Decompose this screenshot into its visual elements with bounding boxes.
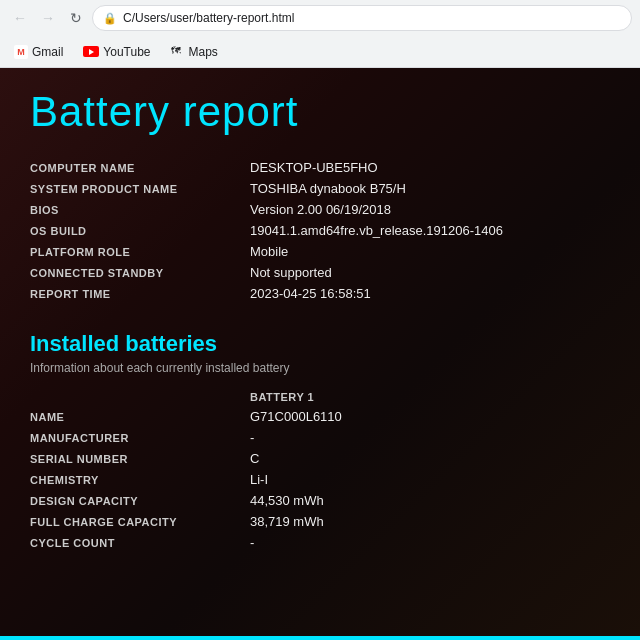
report-time-row: REPORT TIME 2023-04-25 16:58:51	[30, 286, 610, 301]
maps-label: Maps	[189, 45, 218, 59]
battery-manufacturer-label: MANUFACTURER	[30, 432, 250, 444]
installed-batteries-title: Installed batteries	[30, 331, 610, 357]
nav-bar: ← → ↻ 🔒 C/Users/user/battery-report.html	[0, 0, 640, 36]
address-bar[interactable]: 🔒 C/Users/user/battery-report.html	[92, 5, 632, 31]
battery-name-label: NAME	[30, 411, 250, 423]
battery-cycle-count-value: -	[250, 535, 410, 550]
platform-role-row: PLATFORM ROLE Mobile	[30, 244, 610, 259]
report-time-label: REPORT TIME	[30, 288, 250, 300]
os-build-label: OS BUILD	[30, 225, 250, 237]
computer-name-value: DESKTOP-UBE5FHO	[250, 160, 378, 175]
battery-serial-value: C	[250, 451, 410, 466]
battery-chemistry-row: CHEMISTRY Li-I	[30, 472, 610, 487]
battery-serial-row: SERIAL NUMBER C	[30, 451, 610, 466]
bios-value: Version 2.00 06/19/2018	[250, 202, 391, 217]
bookmark-youtube[interactable]: YouTube	[77, 43, 156, 61]
battery-serial-label: SERIAL NUMBER	[30, 453, 250, 465]
connected-standby-row: CONNECTED STANDBY Not supported	[30, 265, 610, 280]
os-build-row: OS BUILD 19041.1.amd64fre.vb_release.191…	[30, 223, 610, 238]
computer-name-label: COMPUTER NAME	[30, 162, 250, 174]
computer-name-row: COMPUTER NAME DESKTOP-UBE5FHO	[30, 160, 610, 175]
bios-row: BIOS Version 2.00 06/19/2018	[30, 202, 610, 217]
battery-full-charge-label: FULL CHARGE CAPACITY	[30, 516, 250, 528]
battery-full-charge-row: FULL CHARGE CAPACITY 38,719 mWh	[30, 514, 610, 529]
bookmark-gmail[interactable]: M Gmail	[8, 43, 69, 61]
gmail-icon: M	[14, 45, 28, 59]
lock-icon: 🔒	[103, 12, 117, 25]
battery-design-capacity-value: 44,530 mWh	[250, 493, 410, 508]
gmail-label: Gmail	[32, 45, 63, 59]
system-product-value: TOSHIBA dynabook B75/H	[250, 181, 406, 196]
battery-chemistry-label: CHEMISTRY	[30, 474, 250, 486]
browser-chrome: ← → ↻ 🔒 C/Users/user/battery-report.html…	[0, 0, 640, 68]
page-title: Battery report	[30, 88, 610, 136]
back-button[interactable]: ←	[8, 6, 32, 30]
battery-manufacturer-row: MANUFACTURER -	[30, 430, 610, 445]
battery-design-capacity-row: DESIGN CAPACITY 44,530 mWh	[30, 493, 610, 508]
forward-button[interactable]: →	[36, 6, 60, 30]
battery-col-header-row: BATTERY 1	[250, 391, 610, 403]
bios-label: BIOS	[30, 204, 250, 216]
battery-manufacturer-value: -	[250, 430, 410, 445]
bookmark-maps[interactable]: 🗺 Maps	[165, 43, 224, 61]
platform-role-label: PLATFORM ROLE	[30, 246, 250, 258]
system-product-row: SYSTEM PRODUCT NAME TOSHIBA dynabook B75…	[30, 181, 610, 196]
battery-name-value: G71C000L6110	[250, 409, 410, 424]
youtube-label: YouTube	[103, 45, 150, 59]
report-time-value: 2023-04-25 16:58:51	[250, 286, 371, 301]
battery-design-capacity-label: DESIGN CAPACITY	[30, 495, 250, 507]
system-product-label: SYSTEM PRODUCT NAME	[30, 183, 250, 195]
platform-role-value: Mobile	[250, 244, 288, 259]
battery-col-header: BATTERY 1	[250, 391, 410, 403]
youtube-icon	[83, 46, 99, 57]
bookmarks-bar: M Gmail YouTube 🗺 Maps	[0, 36, 640, 68]
installed-batteries-section: Installed batteries Information about ea…	[30, 331, 610, 550]
reload-button[interactable]: ↻	[64, 6, 88, 30]
battery-table: BATTERY 1 NAME G71C000L6110 MANUFACTURER…	[30, 391, 610, 550]
battery-cycle-count-label: CYCLE COUNT	[30, 537, 250, 549]
battery-cycle-count-row: CYCLE COUNT -	[30, 535, 610, 550]
battery-name-row: NAME G71C000L6110	[30, 409, 610, 424]
system-info-table: COMPUTER NAME DESKTOP-UBE5FHO SYSTEM PRO…	[30, 160, 610, 301]
battery-chemistry-value: Li-I	[250, 472, 410, 487]
bottom-accent-bar	[0, 636, 640, 640]
os-build-value: 19041.1.amd64fre.vb_release.191206-1406	[250, 223, 503, 238]
page-content: Battery report COMPUTER NAME DESKTOP-UBE…	[0, 68, 640, 638]
connected-standby-value: Not supported	[250, 265, 332, 280]
battery-full-charge-value: 38,719 mWh	[250, 514, 410, 529]
url-text: C/Users/user/battery-report.html	[123, 11, 294, 25]
youtube-play-icon	[89, 49, 94, 55]
installed-batteries-subtitle: Information about each currently install…	[30, 361, 610, 375]
connected-standby-label: CONNECTED STANDBY	[30, 267, 250, 279]
maps-icon: 🗺	[171, 45, 185, 59]
